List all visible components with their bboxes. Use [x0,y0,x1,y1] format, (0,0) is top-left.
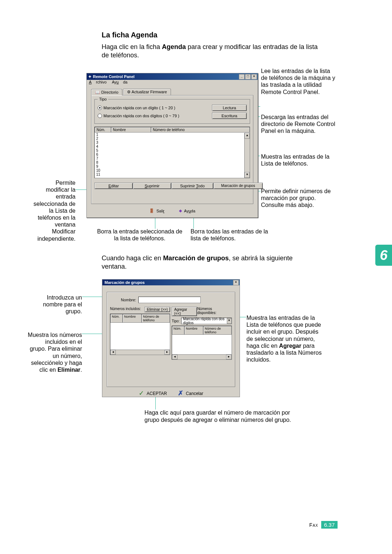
callout-nombre: Introduzca un nombre para el grupo. [36,294,82,315]
callout-lectura: Lee las entradas de la lista de teléfono… [261,68,335,95]
x-icon: ✗ [178,391,184,396]
close-button[interactable]: × [233,280,239,285]
cancelar-button[interactable]: ✗ Cancelar [178,391,203,396]
agregar-button[interactable]: Agregar (<<) [172,307,197,316]
lh-nombre[interactable]: Nombre [123,314,142,323]
table-row[interactable]: 9 [96,164,250,168]
th-nombre[interactable]: Nombre [111,127,151,133]
radio-one-digit[interactable]: Marcación rápida con un dígito ( 1 ~ 20 … [98,106,175,110]
tipo-label: Tipo: [172,319,180,323]
scroll-up-icon[interactable]: ▲ [245,133,250,139]
check-icon: ✓ [139,391,144,396]
text-bold: Eliminar [57,367,80,373]
table-row[interactable]: 3 [96,140,250,144]
close-button[interactable]: × [251,74,257,80]
action-buttons: Editar Suprimir Suprimir Todo Marcación … [94,183,250,189]
hscrollbar[interactable]: ◄ ► [110,350,170,355]
footer-section-label: Fax [309,522,318,528]
help-icon: ◆ [179,208,182,213]
mid-pre: Cuando haga clic en [102,254,163,262]
phone-list-table[interactable]: Núm. Nombre Número de teléfono 1 2 3 4 5… [94,127,250,178]
callout-aceptar: Haga clic aquí para guardar el número de… [144,409,293,424]
lectura-button[interactable]: Lectura [212,105,247,111]
table-row[interactable]: 5 [96,148,250,152]
callout-suprimir-todo: Borra todas las entradas de la lista de … [191,228,270,242]
intro-bold: Agenda [162,43,186,50]
scroll-down-icon[interactable]: ▼ [245,172,250,178]
callout-escritura: Descarga las entradas del directorio de … [261,114,335,135]
table-row[interactable]: 4 [96,144,250,148]
table-row[interactable]: 6 [96,152,250,156]
maximize-button[interactable]: □ [245,74,251,80]
lh-nombre[interactable]: Nombre [184,326,203,335]
aceptar-button[interactable]: ✓ ACEPTAR [139,391,167,396]
lh-num[interactable]: Núm. [110,314,123,323]
scroll-left-icon[interactable]: ◄ [110,350,116,355]
menu-archivo[interactable]: AArchivorchivo [89,80,107,84]
escritura-button[interactable]: Escritura [212,113,247,119]
app-icon: ✦ [88,74,91,79]
disponibles-column: Agregar (<<) Números disponibles: Tipo: … [172,307,232,360]
page-footer: Fax 6.37 [309,521,338,529]
menubar: AArchivorchivo Ayuda [87,80,258,86]
suprimir-todo-button[interactable]: Suprimir Todo [171,183,213,189]
scrollbar[interactable]: ▲ ▼ [244,133,250,178]
dialog-buttons: ✓ ACEPTAR ✗ Cancelar [102,391,240,396]
suprimir-button[interactable]: Suprimir [133,183,171,189]
lh-num[interactable]: Núm. [172,326,184,335]
titlebar: ✦ Remote Control Panel _ □ × [87,73,258,80]
dialog-content: Nombre: Números incluidos: Eliminar (>>)… [107,292,235,387]
scroll-left-icon[interactable]: ◄ [172,355,177,359]
lh-tel[interactable]: Número de teléfono [142,314,170,323]
minimize-button[interactable]: _ [239,74,245,80]
hscrollbar[interactable]: ◄ ► [172,354,232,359]
directorio-panel: Tipo Marcación rápida con un dígito ( 1 … [91,95,253,204]
scroll-right-icon[interactable]: ► [164,350,170,355]
callout-lista: Muestra las entradas de la Lista de telé… [261,153,335,167]
th-num[interactable]: Núm. [95,127,111,133]
book-icon: 📖 [95,90,100,94]
radio-icon [98,114,102,118]
table-row[interactable]: 8 [96,160,250,164]
callout-editar: Permite modificar la entrada seleccionad… [32,179,75,242]
table-body: 1 2 3 4 5 6 7 8 9 10 11 [95,133,250,176]
incluidos-label: Números incluidos: [110,307,141,311]
intro-text: Haga clic en la ficha Agenda para crear … [102,43,327,60]
tab-directorio[interactable]: 📖 Directorio [91,89,122,95]
table-row[interactable]: 1 [96,133,250,137]
tipo-label: Tipo [98,97,108,101]
salir-button[interactable]: Salir [156,209,164,213]
disponibles-label: Números disponibles: [197,307,232,315]
scroll-right-icon[interactable]: ► [226,355,232,359]
eliminar-button[interactable]: Eliminar (>>) [144,307,170,312]
incluidos-list[interactable]: Núm. Nombre Número de teléfono ◄ ► [110,314,170,355]
table-row[interactable]: 2 [96,137,250,140]
cancelar-label: Cancelar [186,391,203,396]
nombre-row: Nombre: [121,297,232,303]
editar-button[interactable]: Editar [94,183,133,189]
th-telefono[interactable]: Número de teléfono [151,127,250,133]
table-row[interactable]: 10 [96,168,250,172]
page-number: 6.37 [321,521,338,529]
table-row[interactable]: 11 [96,172,250,176]
radio-two-digit[interactable]: Marcación rápida con dos dígitos ( 0 ~ 7… [98,114,179,118]
nombre-input[interactable] [138,297,201,303]
callout-disponibles: Muestra las entradas de la Lista de telé… [246,314,323,363]
marcacion-grupos-button[interactable]: Marcación de grupos [213,183,263,189]
menu-ayuda[interactable]: Ayuda [112,80,127,84]
gear-icon: ⚙ [127,90,131,94]
table-row[interactable]: 7 [96,156,250,160]
incluidos-column: Números incluidos: Eliminar (>>) Núm. No… [110,307,170,360]
tab-directorio-label: Directorio [101,90,118,94]
chapter-tab: 6 [375,245,392,266]
tipo-dropdown[interactable]: Marcación rápida con dos dígitos ▼ [181,318,232,324]
tab-firmware[interactable]: ⚙ Actualizar Firmware [123,89,171,95]
disponibles-list[interactable]: Núm. Nombre Número de teléfono ◄ ► [172,326,232,360]
lh-tel[interactable]: Número de teléfono [203,326,232,335]
ayuda-button[interactable]: Ayuda [184,209,195,213]
tipo-group: Tipo Marcación rápida con un dígito ( 1 … [94,99,250,124]
callout-incluidos: Muestra los números incluidos en el grup… [28,331,82,373]
dialog-title: Marcación de grupos [105,280,145,285]
mid-bold: Marcación de grupos [163,254,229,262]
text-bold: Agregar [279,343,301,349]
